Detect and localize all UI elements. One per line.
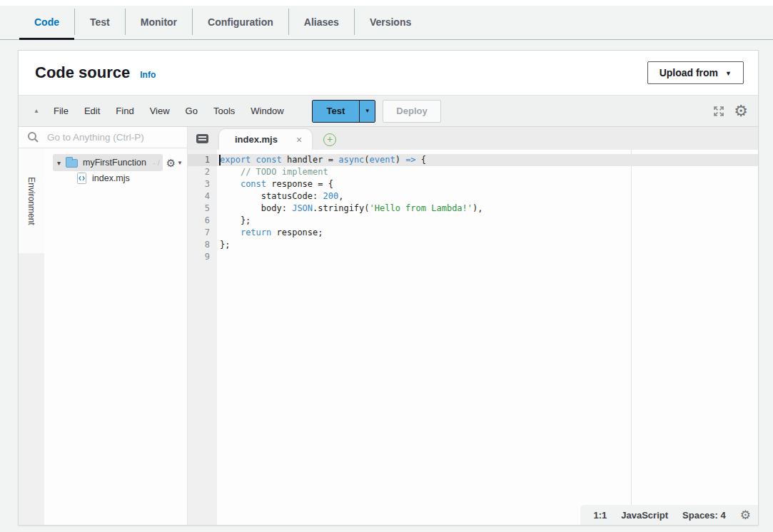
folder-icon	[66, 159, 78, 168]
indentation-setting[interactable]: Spaces: 4	[682, 510, 726, 521]
code-line[interactable]: export const handler = async(event) => {	[217, 154, 758, 166]
tab-list-icon	[196, 134, 208, 143]
tab-versions[interactable]: Versions	[355, 6, 426, 38]
gutter-line-number[interactable]: 2	[188, 166, 217, 178]
environment-strip: Environment	[19, 148, 44, 525]
gear-icon: ⚙	[166, 158, 176, 168]
code-source-panel: Code source Info Upload from ▼ ▲ File Ed…	[18, 50, 759, 526]
panel-header: Code source Info Upload from ▼	[19, 51, 758, 95]
tree-row-file[interactable]: index.mjs	[44, 170, 187, 186]
menu-edit[interactable]: Edit	[76, 101, 108, 121]
editor-menubar: ▲ File Edit Find View Go Tools Window Te…	[19, 95, 758, 127]
code-line[interactable]: statusCode: 200,	[217, 190, 758, 203]
code-line[interactable]: };	[217, 239, 758, 251]
tree-row-folder[interactable]: ▾ myFirstFunction - / ⚙ ▼	[54, 155, 183, 170]
menu-tools[interactable]: Tools	[206, 101, 243, 121]
page-title: Code source	[35, 63, 130, 82]
editor-tab-indexmjs[interactable]: index.mjs ×	[219, 129, 312, 150]
gutter-line-number[interactable]: 7	[188, 227, 217, 239]
tab-test[interactable]: Test	[75, 6, 125, 38]
gutter-line-number[interactable]: 9	[188, 251, 217, 263]
menu-window[interactable]: Window	[243, 101, 291, 121]
tree-settings-button[interactable]: ⚙ ▼	[166, 158, 183, 168]
upload-from-button[interactable]: Upload from ▼	[647, 61, 744, 84]
editor-statusbar: 1:1 JavaScript Spaces: 4 ⚙	[580, 505, 758, 525]
gutter-line-number[interactable]: 8	[188, 239, 217, 251]
menu-view[interactable]: View	[142, 101, 178, 121]
tab-configuration[interactable]: Configuration	[193, 6, 288, 38]
goto-anything-row	[19, 127, 187, 148]
text-cursor	[219, 155, 221, 165]
caret-down-icon: ▼	[177, 160, 183, 166]
fullscreen-icon[interactable]	[709, 103, 728, 119]
top-strip	[0, 0, 773, 6]
deploy-button[interactable]: Deploy	[383, 100, 440, 123]
file-name: index.mjs	[92, 173, 130, 183]
tab-code[interactable]: Code	[19, 6, 74, 38]
gutter-line-number[interactable]: 3	[188, 178, 217, 190]
tab-monitor[interactable]: Monitor	[126, 6, 192, 38]
environment-label: Environment	[26, 177, 36, 225]
expand-caret-icon[interactable]: ▾	[57, 159, 61, 167]
tabs-rule	[0, 39, 773, 40]
upload-from-label: Upload from	[660, 67, 718, 78]
test-split-button: Test ▼	[312, 100, 376, 123]
navigator-body: Environment ▾ myFirstFunction - /	[19, 148, 187, 525]
gutter-line-number[interactable]: 5	[188, 203, 217, 215]
new-tab-button[interactable]: +	[323, 133, 336, 146]
menu-go[interactable]: Go	[178, 101, 206, 121]
folder-name: myFirstFunction	[83, 158, 146, 168]
tab-aliases[interactable]: Aliases	[289, 6, 354, 38]
editor-settings-gear-icon[interactable]: ⚙	[734, 103, 748, 119]
collapse-pane-icon[interactable]: ▲	[27, 108, 46, 114]
editor-pane: index.mjs × + 123456789 export const han…	[188, 127, 758, 525]
code-line[interactable]	[217, 251, 758, 263]
language-mode[interactable]: JavaScript	[621, 510, 668, 521]
gutter-line-number[interactable]: 6	[188, 215, 217, 227]
code-area[interactable]: export const handler = async(event) => {…	[217, 150, 758, 525]
editor-gutter: 123456789	[188, 150, 217, 525]
lambda-function-page: Code Test Monitor Configuration Aliases …	[0, 0, 773, 532]
test-dropdown-caret[interactable]: ▼	[359, 101, 375, 122]
statusbar-gear-icon[interactable]: ⚙	[740, 509, 751, 521]
gutter-line-number[interactable]: 4	[188, 190, 217, 203]
function-tabs: Code Test Monitor Configuration Aliases …	[0, 6, 773, 38]
editor-tab-label: index.mjs	[235, 134, 278, 145]
cursor-position[interactable]: 1:1	[593, 510, 607, 521]
code-line[interactable]: const response = {	[217, 178, 758, 190]
code-line[interactable]: body: JSON.stringify('Hello from Lambda!…	[217, 203, 758, 215]
code-line[interactable]: return response;	[217, 227, 758, 239]
gutter-line-number[interactable]: 1	[188, 154, 217, 166]
menu-file[interactable]: File	[46, 101, 76, 121]
environment-tab[interactable]: Environment	[19, 148, 44, 253]
search-icon	[19, 131, 47, 143]
file-tree: ▾ myFirstFunction - / ⚙ ▼	[44, 148, 187, 525]
menu-find[interactable]: Find	[108, 101, 141, 121]
test-button[interactable]: Test	[313, 101, 360, 122]
editor-tabbar: index.mjs × +	[188, 127, 758, 150]
file-navigator: Environment ▾ myFirstFunction - /	[19, 127, 188, 525]
workspace: Environment ▾ myFirstFunction - /	[19, 127, 758, 525]
editor-body: 123456789 export const handler = async(e…	[188, 150, 758, 525]
caret-down-icon: ▼	[725, 70, 732, 77]
code-line[interactable]: };	[217, 215, 758, 227]
goto-anything-input[interactable]	[47, 132, 187, 143]
folder-path-suffix: - /	[153, 158, 160, 167]
code-line[interactable]: // TODO implement	[217, 166, 758, 178]
js-file-icon	[77, 173, 86, 184]
info-link[interactable]: Info	[140, 70, 156, 80]
code-lines: export const handler = async(event) => {…	[217, 154, 758, 263]
close-tab-icon[interactable]: ×	[296, 134, 302, 145]
tab-list-button[interactable]	[188, 127, 216, 150]
